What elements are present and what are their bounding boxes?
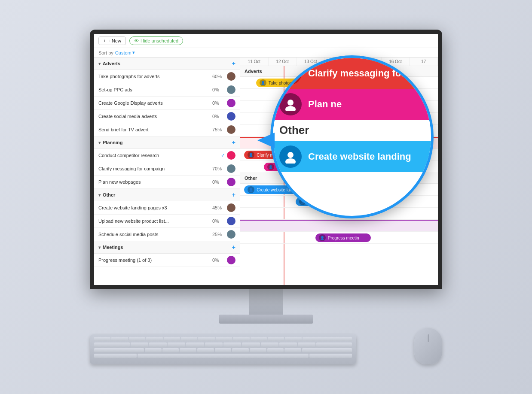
table-row[interactable]: Create social media adverts 0% — [94, 110, 240, 123]
key — [250, 348, 266, 352]
key — [261, 342, 278, 347]
add-other-button[interactable]: + — [232, 191, 235, 198]
gantt-row: 👤 Progress meetin — [240, 232, 438, 244]
table-row[interactable]: Plan new webpages 0% — [94, 176, 240, 189]
bar-avatar: 👤 — [319, 234, 326, 241]
key — [242, 342, 260, 347]
peripherals — [90, 328, 442, 364]
key — [129, 337, 145, 341]
table-row[interactable]: Progress meeting (1 of 3) 0% — [94, 254, 240, 267]
table-row[interactable]: Take photographs for adverts 60% — [94, 70, 240, 83]
gantt-bar[interactable]: 👤 Progress meetin — [315, 233, 371, 242]
task-pct: 0% — [212, 179, 224, 185]
zoom-row-create: Create website landing — [273, 141, 431, 172]
group-header-planning: ▾ Planning + — [94, 136, 240, 149]
task-name: Upload new website product list... — [98, 218, 212, 224]
new-label: + New — [107, 38, 121, 43]
avatar — [227, 151, 235, 160]
bar-label: Progress meetin — [328, 236, 359, 240]
group-header-other: ▾ Other + — [94, 189, 240, 201]
key — [94, 342, 130, 347]
add-adverts-button[interactable]: + — [232, 60, 235, 67]
key — [232, 348, 249, 352]
task-name: Send brief for TV advert — [98, 127, 212, 132]
monitor-screen: + + New 👁 Hide unscheduled Sort by Custo… — [90, 30, 442, 289]
task-pct: 0% — [212, 114, 224, 119]
table-row[interactable]: Upload new website product list... 0% — [94, 215, 240, 228]
add-meetings-button[interactable]: + — [232, 244, 235, 251]
task-name: Create Google Display adverts — [98, 100, 212, 106]
key — [198, 337, 214, 341]
key — [303, 337, 352, 341]
avatar — [227, 164, 235, 173]
key — [205, 342, 223, 347]
group-header-adverts: ▾ Adverts + — [94, 58, 240, 70]
task-name: Progress meeting (1 of 3) — [98, 258, 212, 263]
table-row[interactable]: Conduct competitor research ✓ — [94, 149, 240, 162]
new-button[interactable]: + + New — [98, 36, 126, 45]
task-name: Create website landing pages x3 — [98, 205, 212, 210]
avatar — [227, 217, 235, 225]
table-row[interactable]: Set-up PPC ads 0% — [94, 83, 240, 97]
table-row[interactable]: Create website landing pages x3 45% — [94, 201, 240, 215]
group-label-adverts: Adverts — [103, 61, 120, 66]
zoom-row-other: Other — [273, 120, 431, 141]
bar-avatar: 👤 — [248, 186, 254, 193]
sort-bar: Sort by Custom ▾ — [94, 48, 438, 58]
key — [284, 348, 301, 352]
task-pct: 0% — [212, 100, 224, 106]
keyboard — [90, 334, 356, 364]
zoom-avatar — [279, 93, 302, 115]
avatar — [227, 85, 235, 94]
avatar — [227, 99, 235, 107]
add-planning-button[interactable]: + — [232, 139, 235, 146]
avatar — [227, 112, 235, 121]
sort-value[interactable]: Custom — [115, 50, 131, 55]
date-col: 17 — [410, 58, 438, 66]
key — [131, 342, 148, 347]
svg-point-5 — [285, 158, 296, 164]
key — [164, 337, 180, 341]
avatar — [227, 256, 235, 264]
table-row[interactable]: Clarify messaging for campaign 70% — [94, 162, 240, 176]
zoom-circle: Clarify messaging for c Plan ne Other Cr… — [270, 55, 434, 218]
key — [145, 348, 162, 352]
group-label-planning: Planning — [103, 140, 122, 145]
bar-avatar: 👤 — [248, 152, 254, 158]
monitor-stand-base — [219, 315, 313, 324]
zoom-label-plan: Plan ne — [308, 99, 342, 110]
date-col: 11 Oct — [240, 58, 269, 66]
task-pct: 70% — [212, 166, 224, 171]
avatar — [227, 72, 235, 81]
chevron-meetings: ▾ — [98, 245, 101, 250]
table-row[interactable]: Create Google Display adverts 0% — [94, 97, 240, 110]
key — [251, 337, 267, 341]
key — [215, 348, 232, 352]
task-pct: 25% — [212, 232, 224, 237]
avatar — [227, 203, 235, 212]
avatar — [227, 230, 235, 239]
table-row[interactable]: Schedule social media posts 25% — [94, 228, 240, 241]
spacebar-key — [138, 354, 308, 358]
task-pct: 45% — [212, 205, 224, 210]
hide-label: Hide unscheduled — [141, 38, 178, 43]
gantt-row — [240, 220, 438, 232]
hide-unscheduled-button[interactable]: 👁 Hide unscheduled — [129, 36, 183, 45]
svg-point-4 — [287, 152, 294, 158]
left-panel: ▾ Adverts + Take photographs for adverts… — [94, 58, 240, 285]
zoom-label-other: Other — [279, 124, 309, 137]
table-row[interactable]: Send brief for TV advert 75% — [94, 123, 240, 136]
key — [181, 337, 197, 341]
monitor-wrapper: + + New 👁 Hide unscheduled Sort by Custo… — [73, 30, 459, 364]
key — [94, 337, 110, 341]
key — [180, 348, 196, 352]
toolbar: + + New 👁 Hide unscheduled — [94, 34, 438, 48]
task-name: Schedule social media posts — [98, 232, 212, 237]
chevron-planning: ▾ — [98, 140, 101, 145]
task-name: Set-up PPC ads — [98, 87, 212, 92]
task-pct: 0% — [212, 218, 224, 224]
key — [268, 337, 284, 341]
task-name: Take photographs for adverts — [98, 74, 212, 79]
key — [302, 348, 352, 352]
sort-by-label: Sort by — [98, 50, 113, 55]
